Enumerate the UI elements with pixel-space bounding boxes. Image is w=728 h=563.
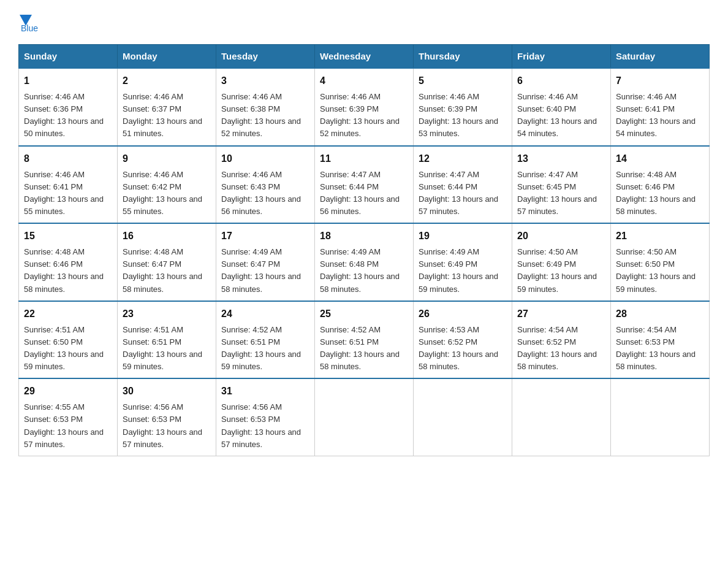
week-row-3: 15Sunrise: 4:48 AMSunset: 6:46 PMDayligh… [19, 223, 710, 301]
day-info: Sunrise: 4:50 AMSunset: 6:50 PMDaylight:… [616, 246, 704, 296]
day-info: Sunrise: 4:51 AMSunset: 6:50 PMDaylight:… [24, 324, 112, 373]
day-number: 6 [517, 74, 605, 88]
day-info: Sunrise: 4:46 AMSunset: 6:42 PMDaylight:… [123, 169, 211, 218]
week-row-5: 29Sunrise: 4:55 AMSunset: 6:53 PMDayligh… [19, 378, 710, 456]
header-day-wednesday: Wednesday [315, 45, 414, 69]
day-info: Sunrise: 4:46 AMSunset: 6:40 PMDaylight:… [517, 91, 605, 140]
day-info: Sunrise: 4:52 AMSunset: 6:51 PMDaylight:… [221, 324, 309, 373]
day-number: 4 [320, 74, 408, 88]
day-info: Sunrise: 4:46 AMSunset: 6:39 PMDaylight:… [419, 91, 507, 140]
day-info: Sunrise: 4:55 AMSunset: 6:53 PMDaylight:… [24, 401, 112, 451]
day-number: 19 [419, 229, 507, 243]
logo-area: Blue [18, 12, 38, 33]
day-number: 27 [517, 307, 605, 321]
day-number: 3 [221, 74, 309, 88]
day-info: Sunrise: 4:49 AMSunset: 6:47 PMDaylight:… [221, 246, 309, 296]
calendar-cell: 5Sunrise: 4:46 AMSunset: 6:39 PMDaylight… [414, 68, 512, 146]
day-info: Sunrise: 4:48 AMSunset: 6:46 PMDaylight:… [616, 169, 704, 218]
calendar-cell: 17Sunrise: 4:49 AMSunset: 6:47 PMDayligh… [216, 223, 315, 301]
calendar-cell: 12Sunrise: 4:47 AMSunset: 6:44 PMDayligh… [414, 146, 512, 224]
day-number: 1 [24, 74, 112, 88]
calendar-cell [315, 378, 414, 456]
week-row-1: 1Sunrise: 4:46 AMSunset: 6:36 PMDaylight… [19, 68, 710, 146]
header-day-thursday: Thursday [414, 45, 512, 69]
day-number: 23 [123, 307, 211, 321]
week-row-2: 8Sunrise: 4:46 AMSunset: 6:41 PMDaylight… [19, 146, 710, 224]
day-number: 12 [419, 151, 507, 166]
day-info: Sunrise: 4:46 AMSunset: 6:37 PMDaylight:… [123, 91, 211, 140]
day-number: 29 [24, 384, 112, 399]
calendar-cell: 15Sunrise: 4:48 AMSunset: 6:46 PMDayligh… [19, 223, 118, 301]
calendar-cell: 13Sunrise: 4:47 AMSunset: 6:45 PMDayligh… [512, 146, 611, 224]
day-info: Sunrise: 4:46 AMSunset: 6:39 PMDaylight:… [320, 91, 408, 140]
day-info: Sunrise: 4:49 AMSunset: 6:49 PMDaylight:… [419, 246, 507, 296]
calendar-cell: 18Sunrise: 4:49 AMSunset: 6:48 PMDayligh… [315, 223, 414, 301]
calendar-cell: 27Sunrise: 4:54 AMSunset: 6:52 PMDayligh… [512, 301, 611, 379]
day-number: 31 [221, 384, 309, 399]
calendar-cell: 14Sunrise: 4:48 AMSunset: 6:46 PMDayligh… [611, 146, 710, 224]
calendar-cell: 25Sunrise: 4:52 AMSunset: 6:51 PMDayligh… [315, 301, 414, 379]
calendar-cell: 19Sunrise: 4:49 AMSunset: 6:49 PMDayligh… [414, 223, 512, 301]
day-info: Sunrise: 4:48 AMSunset: 6:47 PMDaylight:… [123, 246, 211, 296]
calendar-cell: 31Sunrise: 4:56 AMSunset: 6:53 PMDayligh… [216, 378, 315, 456]
calendar-cell: 3Sunrise: 4:46 AMSunset: 6:38 PMDaylight… [216, 68, 315, 146]
day-number: 16 [123, 229, 211, 243]
day-number: 17 [221, 229, 309, 243]
day-number: 13 [517, 151, 605, 166]
calendar-cell: 1Sunrise: 4:46 AMSunset: 6:36 PMDaylight… [19, 68, 118, 146]
calendar-cell: 24Sunrise: 4:52 AMSunset: 6:51 PMDayligh… [216, 301, 315, 379]
day-info: Sunrise: 4:47 AMSunset: 6:44 PMDaylight:… [320, 169, 408, 218]
calendar-cell: 2Sunrise: 4:46 AMSunset: 6:37 PMDaylight… [118, 68, 216, 146]
day-number: 10 [221, 151, 309, 166]
calendar-cell: 4Sunrise: 4:46 AMSunset: 6:39 PMDaylight… [315, 68, 414, 146]
calendar-cell: 23Sunrise: 4:51 AMSunset: 6:51 PMDayligh… [118, 301, 216, 379]
day-number: 9 [123, 151, 211, 166]
day-number: 11 [320, 151, 408, 166]
calendar-cell: 26Sunrise: 4:53 AMSunset: 6:52 PMDayligh… [414, 301, 512, 379]
calendar-cell: 21Sunrise: 4:50 AMSunset: 6:50 PMDayligh… [611, 223, 710, 301]
calendar-cell [611, 378, 710, 456]
day-info: Sunrise: 4:56 AMSunset: 6:53 PMDaylight:… [123, 401, 211, 451]
day-number: 21 [616, 229, 704, 243]
day-number: 2 [123, 74, 211, 88]
calendar-cell: 6Sunrise: 4:46 AMSunset: 6:40 PMDaylight… [512, 68, 611, 146]
calendar-cell: 10Sunrise: 4:46 AMSunset: 6:43 PMDayligh… [216, 146, 315, 224]
calendar-cell [512, 378, 611, 456]
day-info: Sunrise: 4:46 AMSunset: 6:38 PMDaylight:… [221, 91, 309, 140]
header-row: SundayMondayTuesdayWednesdayThursdayFrid… [19, 45, 710, 69]
day-info: Sunrise: 4:54 AMSunset: 6:53 PMDaylight:… [616, 324, 704, 373]
day-info: Sunrise: 4:48 AMSunset: 6:46 PMDaylight:… [24, 246, 112, 296]
day-number: 18 [320, 229, 408, 243]
day-info: Sunrise: 4:46 AMSunset: 6:41 PMDaylight:… [24, 169, 112, 218]
day-info: Sunrise: 4:47 AMSunset: 6:45 PMDaylight:… [517, 169, 605, 218]
calendar-cell: 22Sunrise: 4:51 AMSunset: 6:50 PMDayligh… [19, 301, 118, 379]
day-info: Sunrise: 4:56 AMSunset: 6:53 PMDaylight:… [221, 401, 309, 451]
calendar-cell: 11Sunrise: 4:47 AMSunset: 6:44 PMDayligh… [315, 146, 414, 224]
day-number: 14 [616, 151, 704, 166]
calendar-cell [414, 378, 512, 456]
day-info: Sunrise: 4:46 AMSunset: 6:43 PMDaylight:… [221, 169, 309, 218]
day-number: 28 [616, 307, 704, 321]
calendar-cell: 30Sunrise: 4:56 AMSunset: 6:53 PMDayligh… [118, 378, 216, 456]
calendar-cell: 28Sunrise: 4:54 AMSunset: 6:53 PMDayligh… [611, 301, 710, 379]
header-day-saturday: Saturday [611, 45, 710, 69]
header-day-tuesday: Tuesday [216, 45, 315, 69]
day-number: 5 [419, 74, 507, 88]
day-info: Sunrise: 4:47 AMSunset: 6:44 PMDaylight:… [419, 169, 507, 218]
calendar-cell: 8Sunrise: 4:46 AMSunset: 6:41 PMDaylight… [19, 146, 118, 224]
calendar-cell: 7Sunrise: 4:46 AMSunset: 6:41 PMDaylight… [611, 68, 710, 146]
day-number: 24 [221, 307, 309, 321]
day-info: Sunrise: 4:50 AMSunset: 6:49 PMDaylight:… [517, 246, 605, 296]
calendar-cell: 16Sunrise: 4:48 AMSunset: 6:47 PMDayligh… [118, 223, 216, 301]
day-info: Sunrise: 4:51 AMSunset: 6:51 PMDaylight:… [123, 324, 211, 373]
calendar-cell: 20Sunrise: 4:50 AMSunset: 6:49 PMDayligh… [512, 223, 611, 301]
day-number: 25 [320, 307, 408, 321]
day-number: 8 [24, 151, 112, 166]
header-day-friday: Friday [512, 45, 611, 69]
day-info: Sunrise: 4:54 AMSunset: 6:52 PMDaylight:… [517, 324, 605, 373]
day-number: 26 [419, 307, 507, 321]
header: Blue [18, 12, 710, 33]
day-info: Sunrise: 4:53 AMSunset: 6:52 PMDaylight:… [419, 324, 507, 373]
day-number: 22 [24, 307, 112, 321]
day-number: 15 [24, 229, 112, 243]
